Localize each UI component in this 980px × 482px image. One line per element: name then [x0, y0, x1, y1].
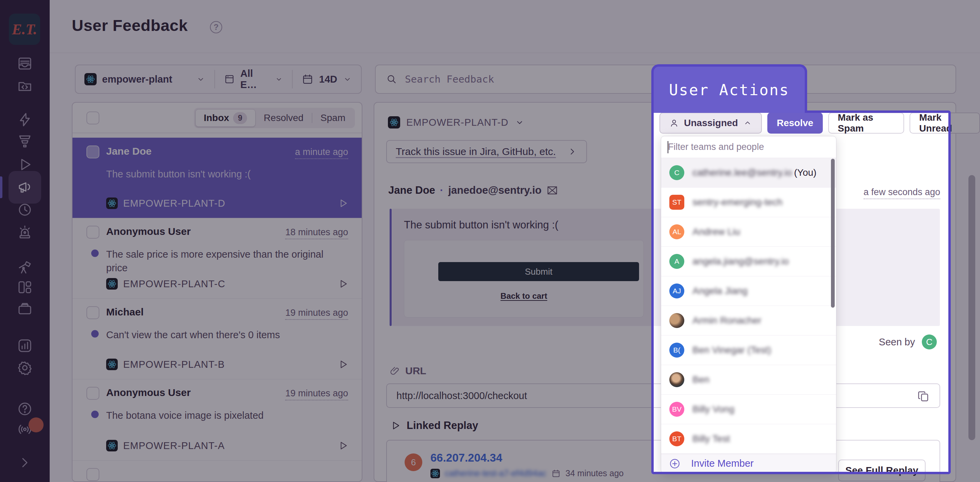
- unread-dot: [91, 249, 99, 257]
- mark-as-spam-button[interactable]: Mark as Spam: [828, 113, 904, 133]
- assignee-option[interactable]: A angela.jiang@sentry.io: [661, 247, 836, 276]
- assignee-option[interactable]: Armin Ronacher: [661, 306, 836, 336]
- invite-member-button[interactable]: Invite Member: [661, 454, 836, 473]
- select-all-checkbox[interactable]: [86, 111, 99, 124]
- environment-filter[interactable]: All E…: [215, 65, 292, 93]
- issues-icon[interactable]: [17, 55, 33, 72]
- dropdown-scrollbar[interactable]: [831, 159, 835, 308]
- item-checkbox[interactable]: [86, 146, 99, 159]
- assignee-person-icon: [669, 118, 679, 128]
- user-actions-row: Unassigned Resolve Mark as Spam Mark Unr…: [659, 113, 980, 133]
- help-icon[interactable]: [17, 401, 33, 417]
- date-filter[interactable]: 14D: [293, 65, 361, 93]
- project-filter[interactable]: empower-plant: [76, 65, 215, 93]
- replay-id[interactable]: catherine-test-a7-ef4d94ac: [445, 468, 546, 478]
- assignee-dropdown-button[interactable]: Unassigned: [659, 113, 762, 133]
- assignee-option[interactable]: BT Billy Test: [661, 424, 836, 454]
- assignee-label: Unassigned: [684, 117, 738, 128]
- feedback-item[interactable]: [73, 460, 362, 482]
- track-issue-label: Track this issue in Jira, GitHub, etc.: [396, 146, 556, 157]
- item-checkbox[interactable]: [86, 306, 99, 319]
- detail-project-dropdown[interactable]: EMPOWER-PLANT-D: [388, 116, 525, 128]
- assignee-option[interactable]: AJ Angela Jiang: [661, 276, 836, 306]
- project-filter-label: empower-plant: [102, 74, 172, 85]
- track-issue-button[interactable]: Track this issue in Jira, GitHub, etc.: [386, 140, 587, 163]
- url-value: http://localhost:3000/checkout: [396, 390, 527, 401]
- org-logo[interactable]: E.T.: [9, 14, 40, 45]
- feedback-project: EMPOWER-PLANT-C: [106, 278, 225, 290]
- collapse-icon[interactable]: [17, 455, 33, 471]
- replay-ip-link[interactable]: 66.207.204.34: [430, 452, 502, 465]
- see-full-replay-button[interactable]: See Full Replay: [838, 460, 926, 481]
- url-section-label: URL: [390, 365, 426, 377]
- resolve-button[interactable]: Resolve: [767, 113, 823, 133]
- replay-play-icon[interactable]: [337, 198, 349, 209]
- member-name: Ben: [692, 374, 710, 385]
- feedback-sender: Anonymous User: [106, 226, 191, 237]
- copy-icon[interactable]: [916, 390, 930, 403]
- feedback-icon[interactable]: [17, 179, 33, 195]
- detail-timestamp[interactable]: a few seconds ago: [864, 187, 940, 199]
- reporter-row: Jane Doe · janedoe@sentry.io: [388, 184, 558, 197]
- feedback-item[interactable]: Anonymous User 19 minutes ago The botana…: [73, 379, 362, 460]
- assignee-filter-row[interactable]: [661, 136, 836, 158]
- stats-icon[interactable]: [17, 338, 33, 354]
- item-checkbox[interactable]: [86, 387, 99, 400]
- item-checkbox[interactable]: [86, 468, 99, 481]
- feedback-time: a minute ago: [295, 147, 348, 159]
- linked-replay-section[interactable]: Linked Replay: [390, 419, 478, 432]
- screenshot-submit-button: Submit: [438, 262, 639, 281]
- assignee-option[interactable]: C catherine.lee@sentry.io(You): [661, 158, 836, 188]
- assignee-option[interactable]: B( Ben Vinegar (Test): [661, 336, 836, 365]
- seen-by-label: Seen by: [879, 336, 915, 348]
- screenshot-attachment[interactable]: Submit Back to cart: [404, 240, 644, 317]
- assignee-option[interactable]: AL Andrew Liu: [661, 217, 836, 247]
- user-actions-tab: User Actions: [651, 64, 807, 113]
- crons-icon[interactable]: [17, 300, 33, 317]
- page-scrollbar[interactable]: [969, 175, 975, 440]
- mail-icon[interactable]: [546, 184, 558, 197]
- replay-play-icon[interactable]: [337, 358, 349, 370]
- feedback-item[interactable]: Jane Doe a minute ago The submit button …: [73, 138, 362, 218]
- mark-unread-button[interactable]: Mark Unread: [910, 113, 980, 133]
- plus-circle-icon: [669, 458, 681, 470]
- replay-play-icon[interactable]: [337, 440, 349, 452]
- chevron-right-icon: [567, 146, 578, 157]
- page-help-icon[interactable]: ?: [210, 21, 222, 33]
- inbox-count-badge: 9: [233, 112, 247, 124]
- history-icon[interactable]: [17, 201, 33, 218]
- feedback-item[interactable]: Michael 19 minutes ago Can't view the ca…: [73, 298, 362, 379]
- replay-play-icon[interactable]: [337, 278, 349, 290]
- discover-icon[interactable]: [17, 259, 33, 276]
- assignee-option[interactable]: BV Billy Vong: [661, 395, 836, 424]
- item-checkbox[interactable]: [86, 226, 99, 239]
- tab-spam[interactable]: Spam: [312, 109, 353, 127]
- member-name: sentry-emerging-tech: [692, 197, 783, 208]
- project-slug: EMPOWER-PLANT-A: [123, 440, 225, 452]
- feedback-sender: Jane Doe: [106, 146, 151, 157]
- reporter-name: Jane Doe: [388, 184, 435, 197]
- explore-icon[interactable]: [17, 133, 33, 149]
- replay-avatar: 6: [404, 453, 422, 471]
- tab-resolved[interactable]: Resolved: [256, 109, 312, 127]
- react-project-icon: [106, 358, 118, 370]
- assignee-option[interactable]: ST sentry-emerging-tech: [661, 188, 836, 217]
- member-name: Billy Vong: [692, 404, 734, 415]
- tab-inbox[interactable]: Inbox 9: [195, 109, 256, 127]
- feedback-item[interactable]: Anonymous User 18 minutes ago The sale p…: [73, 218, 362, 298]
- assignee-option[interactable]: Ben: [661, 365, 836, 395]
- unread-dot: [91, 330, 99, 338]
- sidebar: E.T.: [0, 0, 50, 482]
- performance-icon[interactable]: [17, 111, 33, 128]
- projects-icon[interactable]: [17, 78, 33, 94]
- dashboards-icon[interactable]: [17, 279, 33, 295]
- search-icon: [386, 73, 398, 85]
- alerts-icon[interactable]: [17, 224, 33, 240]
- settings-icon[interactable]: [17, 360, 33, 376]
- feedback-sender: Michael: [106, 306, 143, 318]
- assignee-filter-input[interactable]: [668, 142, 829, 152]
- replay-meta: catherine-test-a7-ef4d94ac 34 minutes ag…: [430, 468, 624, 478]
- replays-icon[interactable]: [17, 156, 33, 173]
- url-label-text: URL: [405, 365, 426, 377]
- seen-by-avatar[interactable]: C: [922, 335, 937, 349]
